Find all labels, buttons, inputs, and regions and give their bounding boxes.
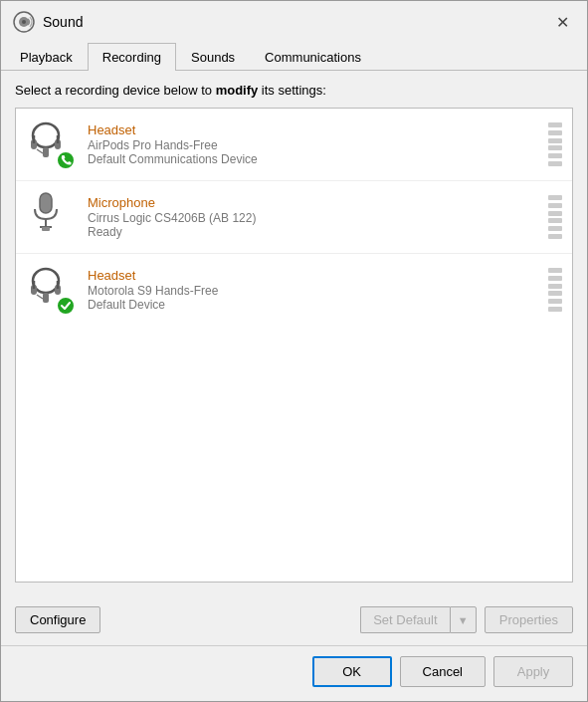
- sound-dialog: Sound ✕ Playback Recording Sounds Commun…: [0, 0, 588, 702]
- tab-recording[interactable]: Recording: [88, 43, 176, 71]
- tab-playback[interactable]: Playback: [5, 43, 88, 71]
- device-name: Headset: [88, 268, 548, 283]
- svg-rect-13: [42, 227, 50, 231]
- default-device-badge: [56, 296, 76, 316]
- tab-sounds[interactable]: Sounds: [176, 43, 250, 71]
- device-subname: Cirrus Logic CS4206B (AB 122): [88, 211, 548, 225]
- instruction-text: Select a recording device below to modif…: [15, 83, 573, 98]
- microphone-icon: [26, 191, 66, 235]
- device-info-microphone: Microphone Cirrus Logic CS4206B (AB 122)…: [88, 195, 548, 239]
- device-status: Default Communications Device: [88, 152, 548, 166]
- control-buttons-row: Configure Set Default ▼ Properties: [1, 594, 587, 645]
- device-item-headset-motorola[interactable]: Headset Motorola S9 Hands-Free Default D…: [16, 254, 572, 326]
- cancel-button[interactable]: Cancel: [400, 656, 486, 687]
- ok-button[interactable]: OK: [312, 656, 392, 687]
- level-meter: [548, 268, 562, 312]
- svg-rect-8: [43, 147, 49, 157]
- set-default-button[interactable]: Set Default: [360, 606, 450, 633]
- level-meter: [548, 195, 562, 239]
- apply-button[interactable]: Apply: [493, 656, 573, 687]
- svg-line-9: [37, 149, 43, 153]
- svg-line-20: [37, 295, 43, 299]
- device-subname: AirPods Pro Hands-Free: [88, 138, 548, 152]
- sound-icon: [13, 11, 35, 33]
- device-item-microphone[interactable]: Microphone Cirrus Logic CS4206B (AB 122)…: [16, 181, 572, 254]
- device-name: Microphone: [88, 195, 548, 210]
- tab-communications[interactable]: Communications: [250, 43, 376, 71]
- configure-button[interactable]: Configure: [15, 606, 100, 633]
- device-icon-wrap: [26, 264, 78, 316]
- close-button[interactable]: ✕: [549, 9, 575, 35]
- title-bar: Sound ✕: [1, 1, 587, 43]
- device-item-headset-airpods[interactable]: Headset AirPods Pro Hands-Free Default C…: [16, 109, 572, 181]
- level-meter: [548, 122, 562, 166]
- tabs-bar: Playback Recording Sounds Communications: [1, 43, 587, 71]
- window-title: Sound: [43, 14, 549, 30]
- svg-point-2: [22, 20, 26, 24]
- device-info-airpods: Headset AirPods Pro Hands-Free Default C…: [88, 122, 548, 166]
- properties-button[interactable]: Properties: [485, 606, 573, 633]
- dialog-buttons: OK Cancel Apply: [1, 645, 587, 701]
- device-status: Default Device: [88, 298, 548, 312]
- svg-rect-19: [43, 293, 49, 303]
- content-area: Select a recording device below to modif…: [1, 71, 587, 594]
- set-default-wrap: Set Default ▼: [360, 606, 477, 633]
- default-comms-badge: [56, 150, 76, 170]
- device-name: Headset: [88, 122, 548, 137]
- device-list: Headset AirPods Pro Hands-Free Default C…: [15, 108, 573, 583]
- device-icon-wrap: [26, 118, 78, 170]
- device-subname: Motorola S9 Hands-Free: [88, 284, 548, 298]
- device-icon-wrap: [26, 191, 78, 243]
- svg-rect-10: [40, 193, 52, 213]
- device-info-motorola: Headset Motorola S9 Hands-Free Default D…: [88, 268, 548, 312]
- device-status: Ready: [88, 225, 548, 239]
- set-default-dropdown-arrow[interactable]: ▼: [450, 606, 477, 633]
